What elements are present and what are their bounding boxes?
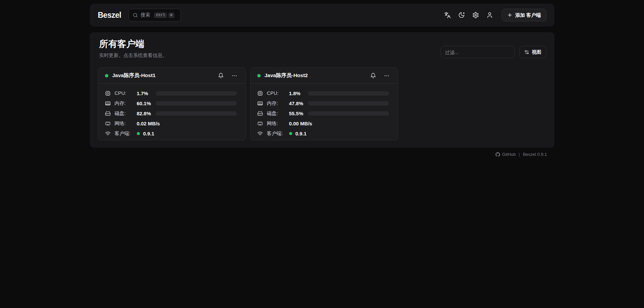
system-name[interactable]: Java陈序员-Host2 — [265, 72, 368, 79]
wifi-icon — [105, 131, 111, 136]
footer-separator: | — [519, 152, 520, 157]
card-menu-button[interactable] — [229, 71, 239, 81]
wifi-icon — [257, 131, 263, 136]
memory-label: 内存: — [115, 100, 137, 107]
card-header: Java陈序员-Host2 — [251, 68, 398, 84]
bell-icon — [218, 73, 224, 78]
agent-label: 客户端: — [267, 130, 289, 137]
disk-label: 磁盘: — [115, 110, 137, 117]
disk-meter — [308, 111, 389, 116]
filter-input[interactable] — [441, 46, 515, 58]
memory-meter — [156, 101, 237, 106]
cpu-icon — [105, 90, 111, 96]
disk-label: 磁盘: — [267, 110, 289, 117]
cpu-label: CPU: — [115, 90, 137, 96]
network-row: 网络: 0.02 MB/s — [105, 118, 237, 128]
panel-header: 所有客户端 实时更新。点击系统查看信息。 视图 — [98, 38, 546, 59]
bell-icon — [370, 73, 376, 78]
card-actions — [216, 71, 239, 81]
page-footer: GitHub | Beszel 0.9.1 — [90, 152, 554, 157]
kbd-ctrl: Ctrl — [154, 12, 167, 18]
languages-icon — [445, 12, 450, 18]
agent-row: 客户端: 0.9.1 — [257, 128, 389, 138]
github-link[interactable]: GitHub — [495, 152, 516, 157]
memory-icon — [105, 101, 111, 106]
ellipsis-icon — [384, 73, 390, 79]
cpu-meter — [156, 91, 237, 96]
view-options-button[interactable]: 视图 — [519, 46, 546, 58]
add-system-button[interactable]: 添加 客户端 — [502, 9, 546, 21]
kbd-k: K — [168, 12, 175, 18]
search-shortcut: Ctrl K — [154, 12, 174, 18]
gear-icon — [473, 12, 478, 18]
beszel-logo[interactable]: Beszel — [98, 11, 121, 20]
theme-toggle-button[interactable] — [455, 9, 468, 21]
settings-button[interactable] — [470, 9, 482, 21]
network-row: 网络: 0.00 MB/s — [257, 118, 389, 128]
card-header: Java陈序员-Host1 — [98, 68, 246, 84]
agent-status-dot — [137, 132, 140, 135]
search-placeholder: 搜索 — [141, 12, 150, 18]
cpu-label: CPU: — [267, 90, 289, 96]
disk-row: 磁盘: 55.5% — [257, 108, 389, 118]
memory-meter — [308, 101, 389, 106]
card-actions — [368, 71, 392, 81]
hard-drive-icon — [257, 111, 263, 116]
card-body: CPU: 1.8% 内存: 47.8% 磁盘: 55.5% — [251, 84, 398, 138]
alerts-button[interactable] — [216, 71, 226, 81]
search-input[interactable]: 搜索 Ctrl K — [128, 9, 181, 21]
alerts-button[interactable] — [368, 71, 378, 81]
memory-value: 47.8% — [289, 101, 308, 106]
moon-star-icon — [459, 13, 464, 18]
system-name[interactable]: Java陈序员-Host1 — [112, 72, 216, 79]
search-icon — [133, 13, 138, 18]
cpu-value: 1.7% — [137, 90, 156, 96]
sliders-icon — [524, 50, 529, 55]
user-menu-button[interactable] — [484, 9, 496, 21]
title-block: 所有客户端 实时更新。点击系统查看信息。 — [98, 38, 167, 59]
cpu-icon — [257, 90, 263, 96]
memory-row: 内存: 60.1% — [105, 98, 237, 108]
add-system-button-label: 添加 客户端 — [515, 12, 541, 18]
github-icon — [495, 152, 500, 157]
card-menu-button[interactable] — [382, 71, 392, 81]
hard-drive-icon — [105, 111, 111, 116]
network-value: 0.00 MB/s — [289, 121, 312, 126]
status-dot — [105, 74, 108, 77]
system-card-host2[interactable]: Java陈序员-Host2 CPU: 1.8% 内存 — [250, 67, 398, 140]
agent-version: 0.9.1 — [143, 131, 154, 136]
disk-row: 磁盘: 82.8% — [105, 108, 237, 118]
ethernet-port-icon — [257, 121, 263, 126]
cpu-row: CPU: 1.8% — [257, 88, 389, 98]
agent-label: 客户端: — [115, 130, 137, 137]
memory-icon — [257, 101, 263, 106]
ethernet-port-icon — [105, 121, 111, 126]
ellipsis-icon — [231, 73, 237, 79]
network-label: 网络: — [115, 120, 137, 127]
cpu-value: 1.8% — [289, 90, 308, 96]
system-cards: Java陈序员-Host1 CPU: 1.7% 内存 — [98, 67, 546, 140]
page-title: 所有客户端 — [99, 38, 167, 50]
memory-value: 60.1% — [137, 101, 156, 106]
agent-row: 客户端: 0.9.1 — [105, 128, 237, 138]
memory-row: 内存: 47.8% — [257, 98, 389, 108]
system-card-host1[interactable]: Java陈序员-Host1 CPU: 1.7% 内存 — [98, 67, 246, 140]
github-link-label: GitHub — [502, 152, 516, 157]
card-body: CPU: 1.7% 内存: 60.1% 磁盘: 82.8% — [98, 84, 246, 138]
agent-version: 0.9.1 — [296, 131, 307, 136]
systems-panel: 所有客户端 实时更新。点击系统查看信息。 视图 Java陈序员-Host1 — [90, 32, 554, 148]
footer-version: Beszel 0.9.1 — [523, 152, 547, 157]
page-subtitle: 实时更新。点击系统查看信息。 — [99, 52, 167, 59]
agent-version-wrap: 0.9.1 — [289, 131, 307, 136]
cpu-row: CPU: 1.7% — [105, 88, 237, 98]
disk-meter — [156, 111, 237, 116]
memory-label: 内存: — [267, 100, 289, 107]
agent-version-wrap: 0.9.1 — [137, 131, 154, 136]
user-icon — [488, 13, 492, 18]
view-options-label: 视图 — [532, 49, 541, 55]
app-shell: Beszel 搜索 Ctrl K 添加 客户端 所有客户端 实时更新。点击系统查… — [90, 4, 554, 157]
disk-value: 82.8% — [137, 111, 156, 116]
language-button[interactable] — [441, 9, 453, 21]
disk-value: 55.5% — [289, 111, 308, 116]
network-label: 网络: — [267, 120, 289, 127]
